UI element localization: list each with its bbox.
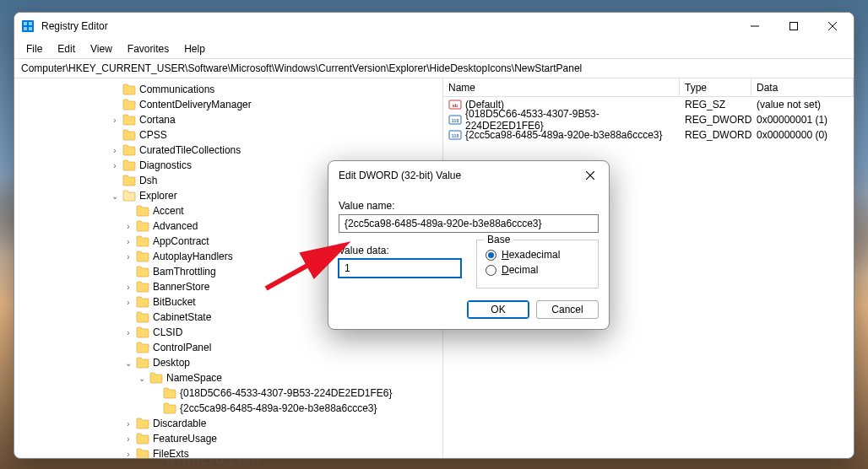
menu-file[interactable]: File	[19, 41, 49, 57]
tree-label: FeatureUsage	[153, 433, 217, 445]
svg-rect-2	[29, 22, 32, 25]
folder-icon	[136, 296, 149, 308]
window-title: Registry Editor	[41, 20, 108, 32]
tree-label: BitBucket	[153, 296, 196, 308]
svg-rect-4	[29, 27, 32, 30]
value-data-label: Value data:	[339, 245, 461, 256]
tree-item[interactable]: ControlPanel	[14, 340, 442, 355]
folder-icon	[136, 326, 149, 338]
col-type[interactable]: Type	[680, 78, 751, 96]
chevron-icon[interactable]: ›	[122, 220, 134, 232]
radio-icon	[486, 265, 496, 276]
folder-icon	[136, 266, 149, 278]
tree-item[interactable]: CPSS	[14, 127, 442, 143]
dialog-title: Edit DWORD (32-bit) Value	[339, 170, 461, 181]
tree-label: ControlPanel	[153, 342, 211, 353]
folder-icon	[122, 175, 136, 186]
tree-label: BamThrottling	[153, 266, 216, 278]
tree-label: Accent	[153, 205, 184, 217]
radio-icon	[486, 250, 496, 261]
titlebar: Registry Editor	[14, 13, 854, 40]
folder-icon	[122, 99, 136, 111]
minimize-button[interactable]	[735, 13, 774, 40]
menubar: File Edit View Favorites Help	[14, 40, 854, 58]
col-data[interactable]: Data	[751, 78, 854, 96]
tree-label: Diagnostics	[139, 159, 192, 171]
menu-favorites[interactable]: Favorites	[121, 41, 176, 57]
tree-item[interactable]: ›CuratedTileCollections	[14, 143, 442, 158]
chevron-icon[interactable]: ›	[122, 326, 134, 338]
chevron-icon[interactable]: ›	[122, 235, 134, 247]
dialog-titlebar: Edit DWORD (32-bit) Value	[328, 161, 609, 190]
list-header: Name Type Data	[443, 78, 854, 97]
chevron-icon[interactable]: ›	[122, 448, 134, 458]
menu-view[interactable]: View	[84, 41, 119, 57]
tree-label: Explorer	[139, 190, 177, 202]
dword-value-icon: 110	[448, 113, 462, 127]
tree-label: CabinetState	[153, 311, 211, 323]
menu-edit[interactable]: Edit	[51, 41, 82, 57]
tree-label: AutoplayHandlers	[153, 251, 233, 262]
folder-icon	[163, 402, 176, 414]
svg-rect-6	[790, 23, 798, 30]
dialog-close-button[interactable]	[577, 164, 604, 187]
folder-icon	[122, 114, 136, 126]
chevron-icon[interactable]: ›	[122, 433, 134, 445]
value-name-label: Value name:	[339, 200, 599, 212]
folder-icon	[163, 387, 176, 399]
tree-label: Advanced	[153, 220, 198, 232]
svg-text:110: 110	[452, 118, 459, 123]
folder-icon	[122, 129, 136, 141]
tree-item[interactable]: ›Cortana	[14, 112, 442, 127]
tree-label: BannerStore	[153, 281, 209, 293]
folder-icon	[122, 190, 136, 202]
tree-label: Discardable	[153, 418, 206, 429]
folder-icon	[136, 342, 149, 353]
folder-icon	[136, 251, 149, 262]
tree-item[interactable]: {018D5C66-4533-4307-9B53-224DE2ED1FE6}	[14, 385, 442, 401]
folder-icon	[136, 311, 149, 323]
edit-dword-dialog: Edit DWORD (32-bit) Value Value name: Va…	[328, 160, 610, 330]
maximize-button[interactable]	[774, 13, 813, 40]
tree-label: Communications	[139, 84, 214, 95]
chevron-icon[interactable]: ›	[109, 114, 121, 126]
tree-label: ContentDeliveryManager	[139, 99, 252, 111]
folder-icon	[122, 159, 136, 171]
chevron-icon[interactable]: ›	[122, 281, 134, 293]
close-button[interactable]	[813, 13, 852, 40]
tree-item[interactable]: {2cc5ca98-6485-489a-920e-b3e88a6ccce3}	[14, 401, 442, 416]
tree-item[interactable]: ›Discardable	[14, 416, 442, 431]
chevron-icon[interactable]: ⌄	[122, 357, 134, 369]
address-bar[interactable]: Computer\HKEY_CURRENT_USER\Software\Micr…	[14, 58, 854, 78]
menu-help[interactable]: Help	[177, 41, 212, 57]
svg-text:110: 110	[452, 133, 459, 138]
list-row[interactable]: 110{2cc5ca98-6485-489a-920e-b3e88a6ccce3…	[443, 127, 854, 143]
tree-item[interactable]: ⌄NameSpace	[14, 370, 442, 385]
chevron-icon[interactable]: ›	[122, 251, 134, 262]
chevron-icon[interactable]: ›	[109, 159, 121, 171]
folder-icon	[136, 220, 149, 232]
tree-label: Cortana	[139, 114, 176, 126]
chevron-icon[interactable]: ⌄	[109, 190, 121, 202]
list-row[interactable]: 110{018D5C66-4533-4307-9B53-224DE2ED1FE6…	[443, 112, 854, 127]
tree-item[interactable]: ›FeatureUsage	[14, 431, 442, 446]
ok-button[interactable]: OK	[467, 300, 529, 319]
chevron-icon[interactable]: ›	[122, 418, 134, 429]
value-name-input[interactable]	[339, 214, 599, 233]
chevron-icon[interactable]: ›	[109, 144, 121, 156]
base-fieldset: Base Hexadecimal Decimal	[476, 240, 599, 288]
cancel-button[interactable]: Cancel	[536, 300, 599, 319]
tree-label: Dsh	[139, 175, 157, 186]
folder-icon	[136, 281, 149, 293]
tree-item[interactable]: Communications	[14, 82, 442, 97]
col-name[interactable]: Name	[443, 78, 680, 96]
radio-decimal[interactable]: Decimal	[486, 264, 589, 276]
tree-item[interactable]: ContentDeliveryManager	[14, 97, 442, 112]
tree-item[interactable]: ›FileExts	[14, 446, 442, 458]
chevron-icon[interactable]: ›	[122, 296, 134, 308]
radio-hexadecimal[interactable]: Hexadecimal	[486, 249, 589, 261]
tree-item[interactable]: ⌄Desktop	[14, 355, 442, 370]
chevron-icon[interactable]: ⌄	[136, 372, 148, 384]
folder-icon	[136, 205, 149, 217]
value-data-input[interactable]	[339, 259, 461, 278]
